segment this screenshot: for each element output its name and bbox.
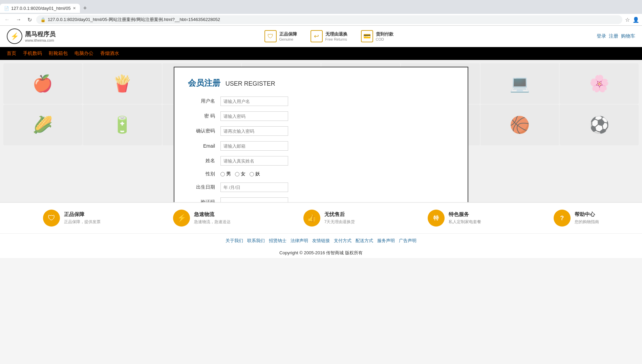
gender-female-radio[interactable] — [235, 172, 239, 176]
address-bar: ← → ↻ 🔒 127.0.0.1:8020/day01_html/05-网站注… — [0, 14, 642, 26]
logo-name: 黑马程序员 — [25, 30, 56, 38]
gender-male-radio[interactable] — [220, 172, 225, 176]
badge-genuine: 🛡 正品保障 Genuine — [264, 30, 297, 42]
badge-genuine-text: 正品保障 Genuine — [279, 31, 297, 41]
footer-badge-logistics-desc: 急速物流，急速送达 — [194, 219, 231, 225]
footer-link-about[interactable]: 关于我们 — [226, 238, 243, 243]
password-label: 密 码 — [188, 113, 215, 119]
form-title-en: USER REGISTER — [226, 80, 275, 87]
footer-badge-special-text: 特色服务 私人定制家电套餐 — [449, 211, 481, 225]
footer-badge-genuine: 🛡 正品保障 正品保障，提供发票 — [43, 210, 101, 227]
footer-badge-aftersale-title: 无忧售后 — [324, 211, 355, 218]
badge-returns-icon: ↩ — [311, 30, 323, 42]
username-label: 用户名 — [188, 98, 215, 104]
tab-favicon: 📄 — [4, 6, 9, 11]
footer-link-legal[interactable]: 法律声明 — [291, 238, 308, 243]
email-input[interactable] — [220, 141, 288, 151]
badge-genuine-sub: Genuine — [279, 37, 297, 41]
register-link[interactable]: 注册 — [609, 33, 618, 39]
bg-cell-2: 🍟 — [83, 63, 162, 104]
login-link[interactable]: 登录 — [597, 33, 606, 39]
footer-badge-aftersale-text: 无忧售后 7天无理由退换货 — [324, 211, 355, 225]
bg-cell-16: ⚽ — [560, 105, 639, 145]
badge-cod-sub: COD — [376, 37, 393, 41]
confirm-password-row: 确认密码 — [188, 126, 454, 136]
confirm-password-input[interactable] — [220, 126, 288, 136]
gender-group: 男 女 妖 — [220, 171, 260, 177]
footer-badge-special-icon: 特 — [428, 210, 445, 227]
bg-cell-9: 🌽 — [3, 105, 82, 145]
footer-link-delivery[interactable]: 配送方式 — [356, 238, 373, 243]
footer-link-friends[interactable]: 友情链接 — [312, 238, 330, 243]
header-nav-links: 登录 注册 购物车 — [597, 33, 635, 39]
badge-genuine-icon: 🛡 — [264, 30, 277, 42]
footer-badge-aftersale-desc: 7天无理由退换货 — [324, 219, 355, 225]
footer-badge-aftersale-icon: 👍 — [303, 210, 320, 227]
badge-cod: 💳 货到付款 COD — [361, 30, 393, 42]
active-tab: 📄 127.0.0.1:8020/day01_html/05 ✕ — [0, 4, 80, 13]
footer-copyright: Copyright © 2005-2016 传智商城 版权所有 — [0, 248, 642, 258]
birthdate-input[interactable] — [220, 183, 288, 192]
header-badges: 🛡 正品保障 Genuine ↩ 无理由退换 Free Returns 💳 货到… — [61, 30, 597, 42]
footer-link-service[interactable]: 服务声明 — [377, 238, 395, 243]
gender-other-radio[interactable] — [250, 172, 254, 176]
form-title-cn: 会员注册 — [188, 78, 220, 87]
badge-returns-sub: Free Returns — [325, 37, 347, 41]
site-header: ⚡ 黑马程序员 www.itheima.com 🛡 正品保障 Genuine ↩… — [0, 26, 642, 47]
logo-text: 黑马程序员 www.itheima.com — [25, 30, 56, 42]
footer-link-jobs[interactable]: 招贤纳士 — [269, 238, 286, 243]
footer-badge-special: 特 特色服务 私人定制家电套餐 — [428, 210, 481, 227]
footer-badge-special-title: 特色服务 — [449, 211, 481, 218]
gender-label: 性别 — [188, 171, 215, 177]
footer-badge-genuine-desc: 正品保障，提供发票 — [64, 219, 101, 225]
nav-shoes[interactable]: 鞋靴箱包 — [49, 50, 68, 57]
captcha-label: 验证码 — [188, 199, 215, 202]
password-row: 密 码 — [188, 111, 454, 121]
footer-badge-aftersale: 👍 无忧售后 7天无理由退换货 — [303, 210, 355, 227]
badge-cod-text: 货到付款 COD — [376, 31, 393, 41]
captcha-input[interactable] — [220, 197, 288, 202]
nav-tobacco[interactable]: 香烟酒水 — [100, 50, 119, 57]
nav-computer[interactable]: 电脑办公 — [74, 50, 93, 57]
gender-other[interactable]: 妖 — [250, 171, 260, 177]
username-input[interactable] — [220, 97, 288, 106]
forward-button[interactable]: → — [14, 16, 23, 23]
password-input[interactable] — [220, 111, 288, 121]
nav-mobile[interactable]: 手机数码 — [23, 50, 42, 57]
new-tab-button[interactable]: + — [80, 3, 90, 14]
email-label: Email — [188, 143, 215, 149]
footer-links: 关于我们 联系我们 招贤纳士 法律声明 友情链接 支付方式 配送方式 服务声明 … — [0, 233, 642, 248]
tab-close-button[interactable]: ✕ — [73, 6, 76, 10]
gender-female[interactable]: 女 — [235, 171, 245, 177]
url-box[interactable]: 🔒 127.0.0.1:8020/day01_html/05-网站注册案例/网站… — [36, 15, 622, 24]
realname-input[interactable] — [220, 156, 288, 166]
bg-cell-1: 🍎 — [3, 63, 82, 104]
footer-badge-help-text: 帮助中心 您的购物指南 — [575, 211, 599, 225]
footer-badge-logistics-text: 急速物流 急速物流，急速送达 — [194, 211, 231, 225]
form-title: 会员注册 USER REGISTER — [188, 78, 454, 88]
badge-cod-main: 货到付款 — [376, 31, 393, 37]
back-button[interactable]: ← — [3, 16, 12, 23]
footer-link-ads[interactable]: 广告声明 — [399, 238, 416, 243]
gender-row: 性别 男 女 妖 — [188, 171, 454, 177]
gender-male[interactable]: 男 — [220, 171, 231, 177]
bg-cell-10: 🔋 — [83, 105, 162, 145]
footer-link-payment[interactable]: 支付方式 — [334, 238, 351, 243]
url-lock-icon: 🔒 — [40, 17, 46, 22]
tab-bar: 📄 127.0.0.1:8020/day01_html/05 ✕ + — [0, 0, 642, 14]
profile-icon[interactable]: 👤 — [633, 17, 639, 23]
footer-badge-logistics-title: 急速物流 — [194, 211, 231, 218]
nav-home[interactable]: 首页 — [7, 50, 16, 57]
footer-link-contact[interactable]: 联系我们 — [247, 238, 265, 243]
bg-cell-7: 💻 — [480, 63, 559, 104]
browser-actions: ☆ 👤 — [625, 17, 639, 23]
reload-button[interactable]: ↻ — [26, 16, 34, 24]
badge-returns: ↩ 无理由退换 Free Returns — [311, 30, 347, 42]
username-row: 用户名 — [188, 97, 454, 106]
badge-cod-icon: 💳 — [361, 30, 373, 42]
footer-badge-logistics-icon: ⚡ — [173, 210, 190, 227]
logo-area: ⚡ 黑马程序员 www.itheima.com — [7, 28, 61, 44]
bookmark-icon[interactable]: ☆ — [625, 17, 630, 23]
cart-link[interactable]: 购物车 — [621, 33, 635, 39]
realname-label: 姓名 — [188, 158, 215, 164]
